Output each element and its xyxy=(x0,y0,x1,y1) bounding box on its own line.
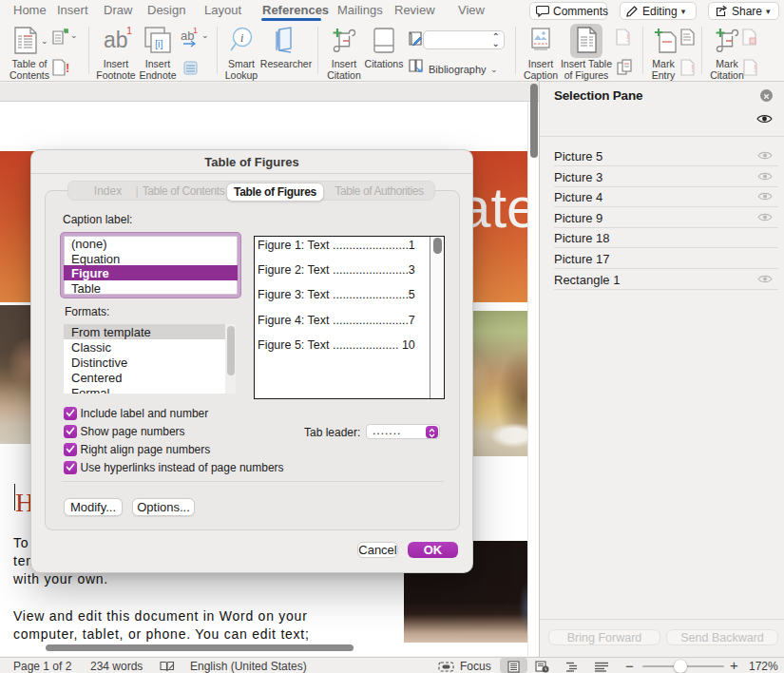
svg-text:[i]: [i] xyxy=(155,38,163,49)
svg-text:!: ! xyxy=(754,64,756,74)
svg-text:!: ! xyxy=(66,61,69,75)
svg-text:!: ! xyxy=(626,33,629,44)
svg-text:i: i xyxy=(240,31,243,45)
svg-text:!: ! xyxy=(691,64,694,74)
